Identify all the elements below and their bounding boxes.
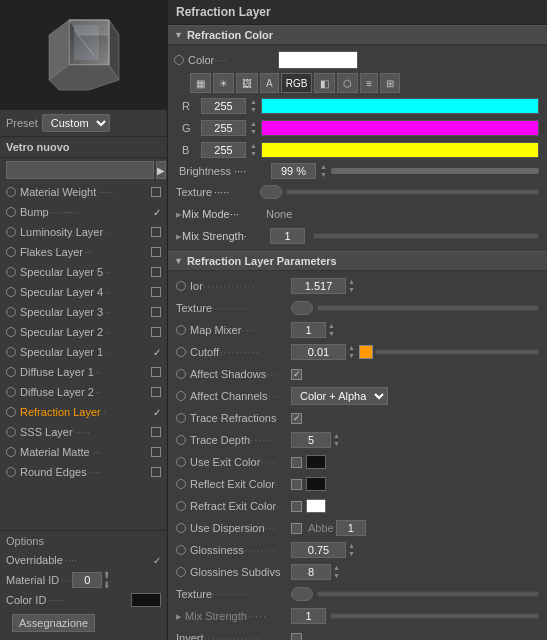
map-mixer-radio[interactable] bbox=[176, 325, 186, 335]
trace-depth-arrows[interactable]: ▲▼ bbox=[333, 432, 340, 448]
abbe-input[interactable] bbox=[336, 520, 366, 536]
refract-exit-checkbox[interactable] bbox=[291, 501, 302, 512]
option-material-id[interactable]: Material ID ··· ⬆⬇ bbox=[6, 570, 161, 590]
texture-toggle[interactable] bbox=[260, 185, 282, 199]
cutoff-radio[interactable] bbox=[176, 347, 186, 357]
toolbar-btn5[interactable]: ◧ bbox=[314, 73, 335, 93]
layer-item-diffuse2[interactable]: Diffuse Layer 2 ·· bbox=[0, 382, 167, 402]
reflect-exit-checkbox[interactable] bbox=[291, 479, 302, 490]
color-radio[interactable] bbox=[174, 55, 184, 65]
layer-checkbox[interactable] bbox=[151, 327, 161, 337]
layer-item-diffuse1[interactable]: Diffuse Layer 1 ·· bbox=[0, 362, 167, 382]
use-disp-checkbox[interactable] bbox=[291, 523, 302, 534]
reflect-exit-radio[interactable] bbox=[176, 479, 186, 489]
toolbar-sun-btn[interactable]: ☀ bbox=[213, 73, 234, 93]
assegnazione-button[interactable]: Assegnazione bbox=[12, 614, 95, 632]
layer-item-sss[interactable]: SSS Layer ····· bbox=[0, 422, 167, 442]
layer-item-specular5[interactable]: Specular Layer 5 ·· bbox=[0, 262, 167, 282]
affect-channels-select[interactable]: Color + Alpha Color Alpha None bbox=[291, 387, 388, 405]
gloss-subdiv-arrows[interactable]: ▲▼ bbox=[333, 564, 340, 580]
trace-depth-input[interactable] bbox=[291, 432, 331, 448]
section-header-params[interactable]: ▼ Refraction Layer Parameters bbox=[168, 251, 547, 271]
brightness-arrows[interactable]: ▲ ▼ bbox=[320, 163, 327, 179]
channel-r-arrows[interactable]: ▲ ▼ bbox=[250, 98, 257, 114]
search-button[interactable]: ▶ bbox=[156, 161, 166, 179]
use-exit-radio[interactable] bbox=[176, 457, 186, 467]
ior-arrows[interactable]: ▲▼ bbox=[348, 278, 355, 294]
gloss-texture-slider[interactable] bbox=[317, 591, 539, 597]
toolbar-image-btn[interactable]: 🖼 bbox=[236, 73, 258, 93]
gloss-subdivs-input[interactable] bbox=[291, 564, 331, 580]
section-header-color[interactable]: ▼ Refraction Color bbox=[168, 25, 547, 45]
channel-g-arrows[interactable]: ▲ ▼ bbox=[250, 120, 257, 136]
layer-item-flakes[interactable]: Flakes Layer ·· bbox=[0, 242, 167, 262]
toolbar-btn7[interactable]: ≡ bbox=[360, 73, 378, 93]
cutoff-arrows[interactable]: ▲▼ bbox=[348, 344, 355, 360]
ior-input[interactable] bbox=[291, 278, 346, 294]
layer-item-specular2[interactable]: Specular Layer 2 ·· bbox=[0, 322, 167, 342]
use-disp-radio[interactable] bbox=[176, 523, 186, 533]
map-mixer-input[interactable] bbox=[291, 322, 326, 338]
layer-checkbox[interactable] bbox=[151, 227, 161, 237]
mix-strength2-input[interactable] bbox=[291, 608, 326, 624]
cutoff-input[interactable] bbox=[291, 344, 346, 360]
layer-checkbox[interactable] bbox=[151, 427, 161, 437]
ior-texture-toggle[interactable] bbox=[291, 301, 313, 315]
option-color-id[interactable]: Color ID ····· bbox=[6, 590, 161, 610]
channel-r-input[interactable] bbox=[201, 98, 246, 114]
trace-depth-radio[interactable] bbox=[176, 435, 186, 445]
ior-radio[interactable] bbox=[176, 281, 186, 291]
channel-b-arrows[interactable]: ▲ ▼ bbox=[250, 142, 257, 158]
toolbar-text-btn[interactable]: A bbox=[260, 73, 279, 93]
glossiness-input[interactable] bbox=[291, 542, 346, 558]
layer-item-specular3[interactable]: Specular Layer 3 ·· bbox=[0, 302, 167, 322]
toolbar-gradient-btn[interactable]: ▦ bbox=[190, 73, 211, 93]
layer-checkbox[interactable] bbox=[151, 187, 161, 197]
layer-checkbox[interactable] bbox=[151, 287, 161, 297]
toolbar-btn6[interactable]: ⬡ bbox=[337, 73, 358, 93]
layer-item-luminosity[interactable]: Luminosity Layer · bbox=[0, 222, 167, 242]
layer-item-refraction[interactable]: Refraction Layer · ✓ bbox=[0, 402, 167, 422]
refract-exit-radio[interactable] bbox=[176, 501, 186, 511]
texture-slider[interactable] bbox=[286, 189, 539, 195]
preset-select[interactable]: Custom bbox=[42, 114, 110, 132]
cutoff-slider[interactable] bbox=[375, 349, 539, 355]
layer-item-specular4[interactable]: Specular Layer 4 ·· bbox=[0, 282, 167, 302]
trace-refr-radio[interactable] bbox=[176, 413, 186, 423]
layer-item-specular1[interactable]: Specular Layer 1 · ✓ bbox=[0, 342, 167, 362]
affect-channels-radio[interactable] bbox=[176, 391, 186, 401]
map-mixer-arrows[interactable]: ▲▼ bbox=[328, 322, 335, 338]
channel-g-input[interactable] bbox=[201, 120, 246, 136]
layer-checkbox[interactable] bbox=[151, 387, 161, 397]
layer-checkbox[interactable] bbox=[151, 307, 161, 317]
refract-exit-swatch[interactable] bbox=[306, 499, 326, 513]
affect-shadows-checkbox[interactable]: ✓ bbox=[291, 369, 302, 380]
affect-shadows-radio[interactable] bbox=[176, 369, 186, 379]
layer-checkbox[interactable] bbox=[151, 467, 161, 477]
gloss-arrows[interactable]: ▲▼ bbox=[348, 542, 355, 558]
layer-checkbox[interactable] bbox=[151, 247, 161, 257]
toolbar-rgb-btn[interactable]: RGB bbox=[281, 73, 313, 93]
layer-checkbox[interactable] bbox=[151, 367, 161, 377]
trace-refr-checkbox[interactable]: ✓ bbox=[291, 413, 302, 424]
layer-checkbox[interactable] bbox=[151, 267, 161, 277]
use-exit-checkbox[interactable] bbox=[291, 457, 302, 468]
brightness-input[interactable] bbox=[271, 163, 316, 179]
option-overridable[interactable]: Overridable ···· ✓ bbox=[6, 550, 161, 570]
mix-strength-slider[interactable] bbox=[313, 233, 539, 239]
layer-item-round-edges[interactable]: Round Edges ···· bbox=[0, 462, 167, 482]
color-preview[interactable] bbox=[278, 51, 358, 69]
search-input[interactable] bbox=[6, 161, 154, 179]
toolbar-btn8[interactable]: ⊞ bbox=[380, 73, 400, 93]
layer-item-material-weight[interactable]: Material Weight ····· bbox=[0, 182, 167, 202]
ior-texture-slider[interactable] bbox=[317, 305, 539, 311]
invert-checkbox[interactable] bbox=[291, 633, 302, 641]
layer-checkbox[interactable] bbox=[151, 447, 161, 457]
channel-b-input[interactable] bbox=[201, 142, 246, 158]
material-id-input[interactable] bbox=[72, 572, 102, 588]
mix-strength-input[interactable] bbox=[270, 228, 305, 244]
mix-str-slider[interactable] bbox=[330, 613, 539, 619]
gloss-radio[interactable] bbox=[176, 545, 186, 555]
reflect-exit-swatch[interactable] bbox=[306, 477, 326, 491]
layer-item-bump[interactable]: Bump ········· ✓ bbox=[0, 202, 167, 222]
